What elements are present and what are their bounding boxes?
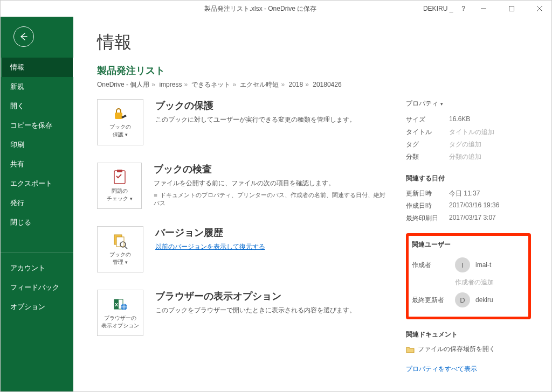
sidebar-item-publish[interactable]: 発行	[1, 193, 73, 213]
excel-browser-icon: X	[112, 296, 128, 312]
svg-line-10	[125, 247, 127, 249]
folder-icon	[406, 346, 415, 353]
svg-rect-4	[115, 113, 122, 119]
sidebar-item-new[interactable]: 新規	[1, 77, 73, 96]
page-title: 情報	[97, 31, 531, 54]
svg-rect-5	[114, 171, 125, 184]
breadcrumb-item[interactable]: できるネット	[191, 81, 230, 88]
tile-manage-workbook[interactable]: ブックの管理 ▾	[97, 226, 143, 272]
section-versions: ブックの管理 ▾ バージョン履歴 以前のバージョンを表示して復元する	[97, 226, 390, 272]
prop-title-label: タイトル	[406, 128, 449, 137]
sidebar-item-export[interactable]: エクスポート	[1, 174, 73, 193]
related-dates-header: 関連する日付	[406, 174, 531, 183]
window-title: 製品発注リスト.xlsx - OneDrive に保存	[98, 4, 423, 13]
section-list: ■ドキュメントのプロパティ、プリンターのパス、作成者の名前、関連する日付、絶対パ…	[154, 191, 390, 207]
avatar: D	[455, 292, 470, 307]
avatar: I	[455, 257, 470, 272]
sidebar-item-share[interactable]: 共有	[1, 155, 73, 174]
title-bar: 製品発注リスト.xlsx - OneDrive に保存 DEKIRU _ ?	[1, 1, 551, 17]
breadcrumb-item[interactable]: OneDrive - 個人用	[97, 81, 149, 88]
prop-printed-label: 最終印刷日	[406, 214, 449, 223]
prop-lastmod-label: 最終更新者	[412, 296, 455, 305]
svg-text:X: X	[115, 302, 118, 307]
section-title: ブックの保護	[155, 99, 356, 112]
author-name: imai-t	[475, 261, 491, 269]
version-history-link[interactable]: 以前のバージョンを表示して復元する	[155, 242, 265, 251]
breadcrumb-item[interactable]: impress	[159, 81, 182, 88]
sidebar-item-feedback[interactable]: フィードバック	[1, 278, 73, 297]
lastmod-user[interactable]: D dekiru	[455, 292, 525, 307]
prop-printed-value: 2017/03/17 3:07	[449, 214, 531, 223]
open-file-location[interactable]: ファイルの保存場所を開く	[406, 345, 531, 354]
breadcrumb[interactable]: OneDrive - 個人用» impress» できるネット» エクセル時短»…	[97, 80, 531, 89]
backstage-sidebar: 情報 新規 開く コピーを保存 印刷 共有 エクスポート 発行 閉じる アカウン…	[1, 17, 73, 391]
help-button[interactable]: ?	[461, 5, 465, 12]
prop-tag-label: タグ	[406, 140, 449, 149]
prop-category-value[interactable]: 分類の追加	[449, 152, 531, 162]
properties-panel: プロパティ▾ サイズ16.6KB タイトルタイトルの追加 タグタグの追加 分類分…	[406, 99, 531, 374]
add-author-link[interactable]: 作成者の追加	[455, 278, 525, 287]
lock-icon	[112, 106, 129, 121]
section-title: バージョン履歴	[155, 226, 265, 239]
prop-created-value: 2017/03/16 19:36	[449, 201, 531, 211]
checklist-icon	[112, 169, 128, 185]
section-browser-options: X ブラウザーの表示オプション ブラウザーの表示オプション このブックをブラウザ…	[97, 290, 390, 336]
section-protect: ブックの保護 ▾ ブックの保護 このブックに対してユーザーが実行できる変更の種類…	[97, 99, 390, 145]
highlight-box: 関連ユーザー 作成者 I imai-t 作成者の追加 最終更新者 D dek	[406, 233, 531, 319]
minimize-button[interactable]	[474, 1, 493, 16]
lastmod-name: dekiru	[475, 296, 493, 304]
section-desc: ファイルを公開する前に、ファイルの次の項目を確認します。	[154, 179, 390, 188]
prop-tag-value[interactable]: タグの追加	[449, 140, 531, 149]
prop-modified-label: 更新日時	[406, 189, 449, 198]
sidebar-item-info[interactable]: 情報	[1, 58, 73, 77]
sidebar-item-save-copy[interactable]: コピーを保存	[1, 116, 73, 135]
tile-check-issues[interactable]: 問題のチェック ▾	[97, 163, 142, 209]
prop-size-value: 16.6KB	[449, 115, 531, 124]
section-title: ブックの検査	[154, 163, 390, 176]
breadcrumb-item[interactable]: 20180426	[313, 81, 341, 88]
sidebar-item-options[interactable]: オプション	[1, 297, 73, 317]
sidebar-item-open[interactable]: 開く	[1, 96, 73, 116]
prop-created-label: 作成日時	[406, 201, 449, 211]
breadcrumb-item[interactable]: 2018	[289, 81, 303, 88]
prop-size-label: サイズ	[406, 115, 449, 124]
user-label[interactable]: DEKIRU _	[423, 5, 453, 12]
show-all-properties-link[interactable]: プロパティをすべて表示	[406, 365, 477, 374]
close-button[interactable]	[530, 1, 549, 16]
documents-icon	[112, 233, 128, 249]
tile-browser-view-options[interactable]: X ブラウザーの表示オプション	[97, 290, 143, 336]
content-area: 情報 製品発注リスト OneDrive - 個人用» impress» できるネ…	[73, 17, 551, 391]
svg-rect-1	[509, 6, 514, 11]
sidebar-item-print[interactable]: 印刷	[1, 135, 73, 155]
section-desc: このブックをブラウザーで開いたときに表示される内容を選びます。	[155, 306, 356, 315]
author-user[interactable]: I imai-t	[455, 257, 525, 272]
related-docs-header: 関連ドキュメント	[406, 330, 531, 339]
prop-title-value[interactable]: タイトルの追加	[449, 128, 531, 137]
related-users-header: 関連ユーザー	[412, 240, 525, 249]
breadcrumb-item[interactable]: エクセル時短	[240, 81, 279, 88]
section-desc: このブックに対してユーザーが実行できる変更の種類を管理します。	[155, 115, 356, 124]
section-title: ブラウザーの表示オプション	[155, 290, 356, 303]
back-button[interactable]	[13, 26, 34, 47]
svg-rect-6	[117, 170, 122, 172]
sidebar-item-close[interactable]: 閉じる	[1, 213, 73, 232]
sidebar-item-account[interactable]: アカウント	[1, 258, 73, 278]
prop-modified-value: 今日 11:37	[449, 189, 531, 198]
maximize-button[interactable]	[502, 1, 521, 16]
prop-author-label: 作成者	[412, 261, 455, 270]
tile-protect-workbook[interactable]: ブックの保護 ▾	[97, 99, 143, 145]
section-inspect: 問題のチェック ▾ ブックの検査 ファイルを公開する前に、ファイルの次の項目を確…	[97, 163, 390, 209]
file-name: 製品発注リスト	[97, 64, 531, 77]
properties-dropdown[interactable]: プロパティ▾	[406, 99, 531, 108]
prop-category-label: 分類	[406, 152, 449, 162]
